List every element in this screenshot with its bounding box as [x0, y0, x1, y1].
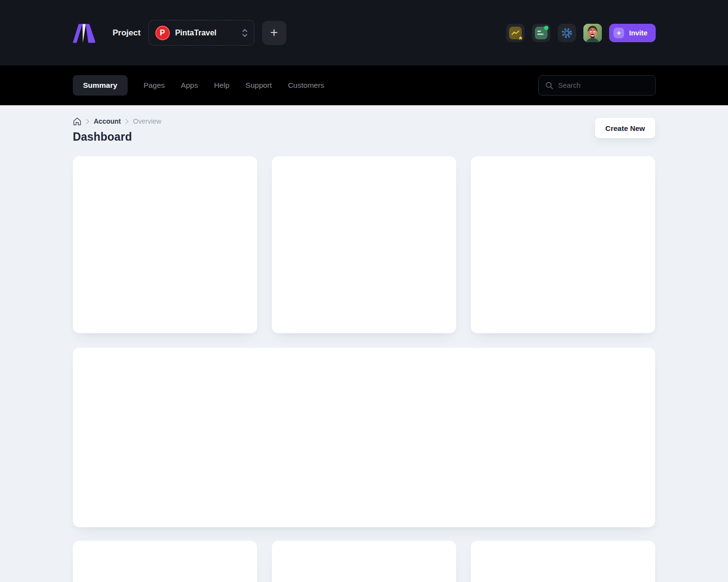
- tab-support[interactable]: Support: [246, 75, 272, 96]
- card: [272, 541, 456, 582]
- settings-button[interactable]: [558, 24, 576, 42]
- project-label: Project: [113, 28, 141, 38]
- page-head-left: Account Overview Dashboard: [73, 117, 161, 144]
- tab-summary[interactable]: Summary: [73, 75, 128, 96]
- avatar-image: [583, 24, 602, 42]
- analytics-button[interactable]: [506, 24, 525, 42]
- tab-pages[interactable]: Pages: [144, 75, 165, 96]
- main-nav: Summary Pages Apps Help Support Customer…: [0, 65, 728, 105]
- star-icon: [517, 35, 524, 41]
- app-header: Project P PintaTravel +: [0, 0, 728, 65]
- search-input[interactable]: [558, 81, 649, 89]
- chevron-right-icon: [86, 119, 89, 124]
- wide-card: [73, 348, 655, 527]
- add-project-button[interactable]: +: [262, 21, 286, 45]
- trend-chart-icon: [509, 27, 522, 39]
- notes-button[interactable]: [532, 24, 550, 42]
- tab-customers[interactable]: Customers: [288, 75, 324, 96]
- brand-logo-icon[interactable]: [73, 23, 96, 43]
- home-icon[interactable]: [73, 117, 82, 126]
- project-name: PintaTravel: [175, 29, 242, 37]
- header-actions: + Invite: [506, 24, 656, 42]
- card: [471, 541, 655, 582]
- tab-help[interactable]: Help: [214, 75, 230, 96]
- card: [272, 156, 456, 333]
- card: [73, 156, 257, 333]
- bottom-cards-row: [73, 541, 655, 582]
- notes-icon: [535, 27, 547, 39]
- search-box[interactable]: [538, 75, 656, 96]
- gear-icon: [561, 27, 573, 39]
- notification-dot: [544, 26, 548, 30]
- breadcrumb: Account Overview: [73, 117, 161, 126]
- project-badge: P: [155, 26, 170, 40]
- create-new-button[interactable]: Create New: [595, 118, 655, 138]
- user-avatar[interactable]: [583, 24, 602, 42]
- plus-icon: +: [613, 28, 624, 38]
- breadcrumb-overview: Overview: [133, 117, 161, 125]
- card: [471, 156, 655, 333]
- top-cards-row: [73, 156, 655, 333]
- nav-tabs: Summary Pages Apps Help Support Customer…: [73, 75, 324, 96]
- main-content: Account Overview Dashboard Create New: [0, 105, 728, 582]
- tab-apps[interactable]: Apps: [181, 75, 198, 96]
- chevron-right-icon: [125, 119, 129, 124]
- page-title: Dashboard: [73, 130, 161, 144]
- breadcrumb-account[interactable]: Account: [94, 117, 121, 125]
- invite-button[interactable]: + Invite: [609, 24, 656, 42]
- card: [73, 541, 257, 582]
- search-icon: [545, 81, 553, 90]
- chevron-up-down-icon: [242, 28, 248, 38]
- project-select[interactable]: P PintaTravel: [149, 20, 254, 46]
